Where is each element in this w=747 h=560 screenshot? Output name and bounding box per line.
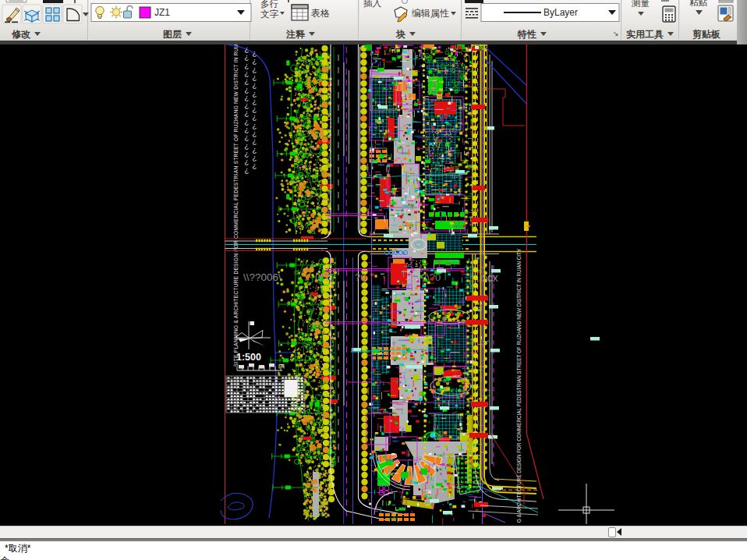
svg-text:0\??: 0\?? [315,271,335,283]
svg-text:测量: 测量 [631,0,650,8]
svg-text:文字: 文字 [260,9,279,19]
svg-text:ByLayer: ByLayer [543,7,578,18]
svg-text:F_14: F_14 [375,119,384,123]
svg-text:表格: 表格 [311,8,330,19]
svg-text:1:500: 1:500 [236,352,261,363]
svg-text:\\??006\: \\??006\ [243,271,281,283]
svg-text:粘贴: 粘贴 [689,0,708,7]
svg-text:多行: 多行 [260,0,279,9]
svg-text:¿: ¿ [253,161,257,169]
svg-text:编辑属性: 编辑属性 [412,8,449,19]
svg-text:¿: ¿ [245,165,250,174]
svg-text:插入: 插入 [363,0,382,8]
svg-text:F_13: F_13 [416,55,426,59]
svg-text:SITE PLANNING & ARCHITECTURE D: SITE PLANNING & ARCHITECTURE DESIGN FOR … [233,44,239,367]
svg-text:G & ARCHITECTURE DESIGN FOR CO: G & ARCHITECTURE DESIGN FOR COMMERCIAL P… [516,248,522,523]
svg-text:?0: ?0 [355,271,366,283]
svg-text:JZ1: JZ1 [154,7,170,18]
